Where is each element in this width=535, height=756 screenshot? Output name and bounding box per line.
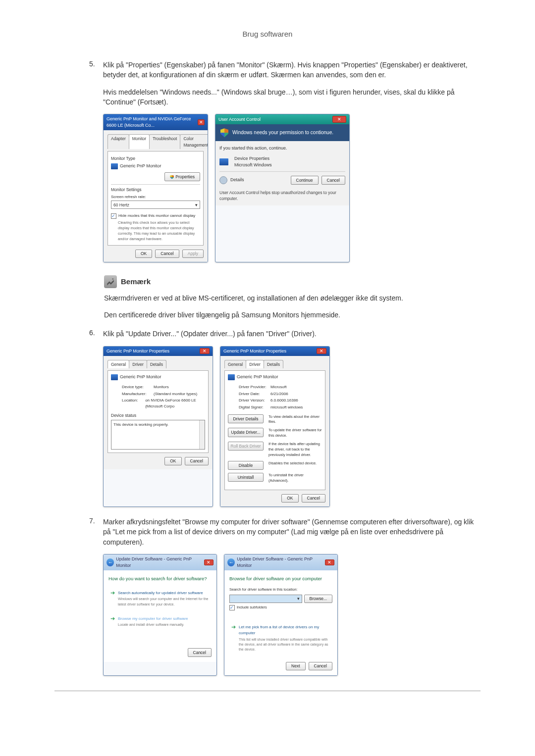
browse-button[interactable]: Browse... [304,595,332,603]
uac-publisher: Microsoft Windows [234,162,272,168]
update-driver-wizard-search: ← Update Driver Software - Generic PnP M… [103,554,217,676]
tab-general[interactable]: General [224,360,246,368]
pick-from-list-option[interactable]: ➔ Let me pick from a list of device driv… [229,621,332,655]
step-5-para-2: Hvis meddelelsen "Windows needs..." (Win… [103,87,481,107]
step-6-number: 6. [89,329,95,337]
wizard-heading: Browse for driver software on your compu… [229,575,332,582]
close-icon[interactable]: ✕ [198,119,205,125]
include-subfolders-checkbox[interactable] [229,605,235,610]
update-driver-button[interactable]: Update Driver... [228,428,264,437]
uac-footer-text: User Account Control helps stop unauthor… [219,190,345,202]
chevron-down-icon: ▾ [195,202,198,208]
device-status-box: This device is working properly. [111,420,205,450]
rollback-driver-button[interactable]: Roll Back Driver [228,442,264,451]
monitor-properties-dialog: Generic PnP Monitor and NVIDIA GeForce 6… [103,114,208,262]
close-icon[interactable]: ✕ [317,348,326,354]
search-location-label: Search for driver software in this locat… [229,587,332,593]
arrow-icon: ➔ [231,624,236,652]
properties-button[interactable]: Properties [164,172,200,181]
apply-button[interactable]: Apply [182,250,204,258]
tab-monitor[interactable]: Monitor [129,134,150,149]
page-title: Brug softwaren [54,30,481,38]
page-footer-rule [54,691,481,691]
note-title: Bemærk [121,277,151,286]
continue-button[interactable]: Continue [291,176,319,184]
scrollbar[interactable] [199,420,205,449]
monitor-settings-label: Monitor Settings [111,187,200,193]
note-icon [104,275,117,288]
monitor-type-value: Generic PnP Monitor [120,163,161,169]
step-5-number: 5. [89,60,95,68]
driver-dialog-title: Generic PnP Monitor Properties [223,348,286,354]
hide-modes-checkbox[interactable] [111,213,116,219]
shield-icon [170,175,174,179]
note-para-1: Skærmdriveren er ved at blive MS-certifi… [104,293,481,303]
step-5: 5. Klik på "Properties" (Egenskaber) på … [89,60,481,262]
ok-button[interactable]: OK [281,494,298,503]
close-icon[interactable]: ✕ [325,559,334,565]
ok-button[interactable]: OK [135,250,152,258]
tab-adapter[interactable]: Adapter [107,134,129,149]
note-para-2: Den certificerede driver bliver tilgænge… [104,310,481,320]
step-5-para-1: Klik på "Properties" (Egenskaber) på fan… [103,60,481,80]
cancel-button[interactable]: Cancel [188,648,212,656]
step-7-number: 7. [89,517,95,525]
wizard-heading: How do you want to search for driver sof… [108,575,212,582]
close-icon[interactable]: ✕ [332,116,346,123]
device-properties-general: Generic PnP Monitor Properties✕ General … [103,346,213,507]
tab-general[interactable]: General [107,360,129,368]
ok-button[interactable]: OK [164,457,181,465]
tab-driver[interactable]: Driver [246,360,264,368]
uac-details-link[interactable]: Details [230,177,244,183]
uac-dialog-title: User Account Control [218,116,261,123]
tab-color-management[interactable]: Color Management [180,134,208,149]
close-icon[interactable]: ✕ [204,559,214,565]
device-properties-driver: Generic PnP Monitor Properties✕ General … [220,346,330,507]
browse-computer-option[interactable]: ➔ Browse my computer for driver software… [108,613,212,631]
device-name: Generic PnP Monitor [237,374,278,380]
monitor-icon [228,374,235,380]
step-6-para-1: Klik på "Update Driver..." (Opdater driv… [103,329,481,339]
uninstall-button[interactable]: Uninstall [228,473,264,482]
cancel-button[interactable]: Cancel [309,662,332,670]
shield-icon [220,128,228,137]
monitor-dialog-title: Generic PnP Monitor and NVIDIA GeForce 6… [107,116,198,129]
step-6: 6. Klik på "Update Driver..." (Opdater d… [89,329,481,507]
driver-details-button[interactable]: Driver Details [228,414,264,423]
cancel-button[interactable]: Cancel [185,457,209,465]
refresh-rate-label: Screen refresh rate: [111,194,200,200]
note-block: Bemærk Skærmdriveren er ved at blive MS-… [104,275,481,320]
include-subfolders-label: Include subfolders [237,605,267,609]
tab-details[interactable]: Details [264,360,283,368]
wizard-breadcrumb: Update Driver Software - Generic PnP Mon… [237,556,324,569]
step-7: 7. Marker afkrydsningsfeltet "Browse my … [89,517,481,676]
wizard-breadcrumb: Update Driver Software - Generic PnP Mon… [116,556,204,569]
back-icon[interactable]: ← [107,558,114,566]
cancel-button[interactable]: Cancel [321,176,345,184]
monitor-icon [111,374,118,380]
tab-driver[interactable]: Driver [129,360,147,368]
chevron-down-icon: ▾ [297,596,300,602]
arrow-icon: ➔ [110,616,115,628]
program-icon [219,158,228,165]
tab-details[interactable]: Details [147,360,166,368]
chevron-down-icon[interactable] [219,176,227,184]
device-status-label: Device status [111,412,205,418]
update-driver-wizard-browse: ← Update Driver Software - Generic PnP M… [224,554,338,676]
path-input[interactable]: ▾ [229,595,302,603]
uac-instruction: If you started this action, continue. [219,145,345,151]
close-icon[interactable]: ✕ [200,348,210,354]
tab-troubleshoot[interactable]: Troubleshoot [149,134,180,149]
uac-program-name: Device Properties [234,155,272,162]
disable-button[interactable]: Disable [228,461,264,470]
cancel-button[interactable]: Cancel [155,250,179,258]
monitor-icon [111,163,118,169]
back-icon[interactable]: ← [227,558,235,566]
search-automatically-option[interactable]: ➔ Search automatically for updated drive… [108,587,212,610]
refresh-rate-select[interactable]: 60 Hertz▾ [111,201,200,209]
monitor-type-label: Monitor Type [111,155,200,161]
next-button[interactable]: Next [286,662,305,670]
hide-modes-label: Hide modes that this monitor cannot disp… [118,213,195,218]
device-name: Generic PnP Monitor [120,374,161,380]
cancel-button[interactable]: Cancel [302,494,325,503]
